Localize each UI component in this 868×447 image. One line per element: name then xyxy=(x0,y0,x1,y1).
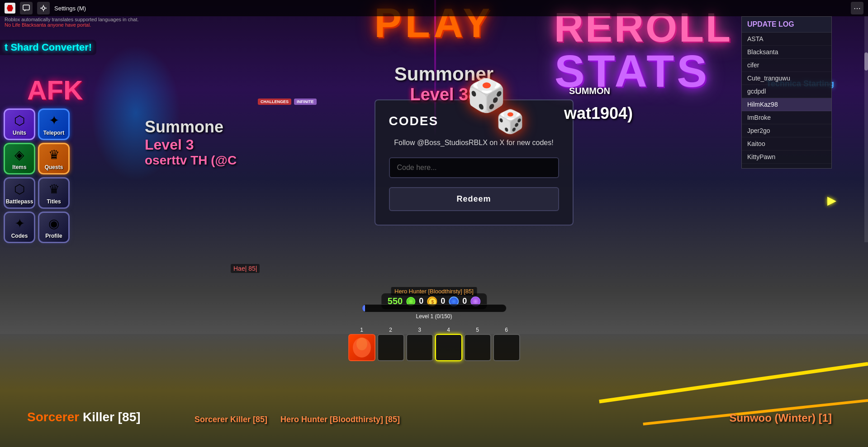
codes-modal: CODES Follow @Boss_StudiosRBLX on X for … xyxy=(375,99,574,226)
slot-number-5: 5 xyxy=(476,327,479,333)
xp-bar-label: Level 1 (0/150) xyxy=(362,313,507,320)
infinite-label[interactable]: INFINITE xyxy=(294,99,317,105)
battlepass-icon: ⬡ xyxy=(14,182,25,197)
slot-2[interactable]: 2 xyxy=(377,327,404,361)
slot-number-2: 2 xyxy=(389,327,392,333)
slot-number-1: 1 xyxy=(360,327,363,333)
quests-icon: ♛ xyxy=(48,147,60,162)
svg-marker-1 xyxy=(7,5,13,11)
hero-hunter-tag-container: Hero Hunter [Bloodthirsty] [85] xyxy=(391,287,477,296)
xp-bar-fill xyxy=(362,305,365,312)
bottom-hero-hunter-name: Hero Hunter [Bloodthirsty] [85] xyxy=(280,415,400,424)
svg-point-12 xyxy=(356,338,367,350)
svg-point-4 xyxy=(42,7,45,9)
sidebar-btn-profile[interactable]: ◉ Profile xyxy=(38,212,70,243)
summoner-play-name: Summone xyxy=(145,118,237,136)
settings-title: Settings (M) xyxy=(54,5,86,12)
hero-hunter-tag: Hero Hunter [Bloodthirsty] [85] xyxy=(391,287,477,296)
slot-box-6[interactable] xyxy=(493,334,520,361)
redeem-button[interactable]: Redeem xyxy=(389,187,559,211)
summon-button[interactable]: SUMMON xyxy=(569,86,610,96)
codes-modal-description: Follow @Boss_StudiosRBLX on X for new co… xyxy=(389,137,559,148)
bottom-name-sorcerer-killer: Sorcerer Killer [85] xyxy=(27,410,141,424)
player-name-overlay: wat1904) xyxy=(564,104,633,123)
chat-link[interactable]: No Life Blacksanta anyone have portal. xyxy=(5,22,91,28)
slot-box-5[interactable] xyxy=(464,334,491,361)
codes-modal-title: CODES xyxy=(389,114,559,128)
sorcerer-text: Sorcerer xyxy=(27,410,79,424)
oser-text: oserttv TH (@C xyxy=(145,153,237,168)
slot-3[interactable]: 3 xyxy=(406,327,433,361)
xp-bar-container: Level 1 (0/150) xyxy=(362,304,507,320)
svg-text:$: $ xyxy=(431,300,434,305)
chat-button[interactable] xyxy=(20,2,33,14)
slot-box-1[interactable] xyxy=(348,334,375,361)
right-arrow-indicator: ▶ xyxy=(827,194,835,207)
slot-number-3: 3 xyxy=(418,327,421,333)
codes-input-field[interactable] xyxy=(389,157,559,178)
sidebar-btn-codes[interactable]: ✦ Codes xyxy=(4,212,35,243)
slot-6[interactable]: 6 xyxy=(493,327,520,361)
slot-number-4: 4 xyxy=(447,327,450,333)
slot-5[interactable]: 5 xyxy=(464,327,491,361)
bottom-center-hero-hunter: Hero Hunter [Bloodthirsty] [85] xyxy=(280,415,400,424)
teleport-label: Teleport xyxy=(43,130,64,136)
slot-4[interactable]: 4 xyxy=(435,327,462,361)
update-log-item-jper2go[interactable]: Jper2go xyxy=(742,124,831,137)
items-icon: ◈ xyxy=(14,147,24,162)
titles-label: Titles xyxy=(47,198,61,205)
update-log-scrollbar[interactable] xyxy=(864,16,868,242)
teleport-icon: ✦ xyxy=(49,113,59,128)
bottom-right-name: Sunwoo (Winter) [1] xyxy=(730,412,832,424)
profile-label: Profile xyxy=(45,233,62,239)
sidebar-btn-items[interactable]: ◈ Items xyxy=(4,143,35,174)
update-log-item-hilmkaz[interactable]: HilmKaz98 xyxy=(742,98,831,111)
slot-box-2[interactable] xyxy=(377,334,404,361)
settings-button[interactable] xyxy=(37,2,50,14)
bottom-slot-names: Sorcerer Killer [85] xyxy=(194,415,267,424)
killer-text: Killer [85] xyxy=(83,410,141,424)
codes-icon: ✦ xyxy=(14,216,25,231)
shard-converter-banner[interactable]: t Shard Converter! xyxy=(0,40,96,55)
update-log-item-cifer[interactable]: cifer xyxy=(742,59,831,72)
codes-label: Codes xyxy=(11,233,28,239)
more-options-button[interactable]: ⋯ xyxy=(851,2,863,14)
sidebar-btn-quests[interactable]: ♛ Quests xyxy=(38,143,70,174)
hae-name-tag: Hae| 85| xyxy=(231,264,260,273)
items-label: Items xyxy=(12,164,26,170)
update-log-item-kittypawn[interactable]: KittyPawn xyxy=(742,151,831,164)
update-log-item-blacksanta[interactable]: Blacksanta xyxy=(742,46,831,59)
titles-icon: ♛ xyxy=(48,182,60,197)
sunwoo-winter-name: Sunwoo (Winter) [1] xyxy=(730,412,832,424)
update-log-item-imbroke[interactable]: ImBroke xyxy=(742,111,831,124)
afk-label: AFK xyxy=(27,75,83,106)
topbar-right-menu[interactable]: ⋯ xyxy=(851,2,863,14)
left-sidebar: ⬡ Units ✦ Teleport ◈ Items ♛ Quests ⬡ Ba… xyxy=(4,108,70,243)
units-label: Units xyxy=(13,130,26,136)
chat-notification: Roblox automatically translates supporte… xyxy=(5,17,139,28)
bottom-center-name-1: Sorcerer Killer [85] xyxy=(194,415,267,424)
challenges-label[interactable]: CHALLENGES xyxy=(258,99,291,105)
scrollbar-thumb[interactable] xyxy=(864,52,868,71)
sidebar-btn-titles[interactable]: ♛ Titles xyxy=(38,177,70,209)
slot-1[interactable]: 1 xyxy=(348,327,375,361)
update-log-item-asta[interactable]: ASTA xyxy=(742,33,831,46)
roblox-icon xyxy=(5,3,15,14)
sidebar-btn-units[interactable]: ⬡ Units xyxy=(4,108,35,140)
slot-box-3[interactable] xyxy=(406,334,433,361)
units-icon: ⬡ xyxy=(14,113,25,128)
update-log-item-kaitoo[interactable]: Kaitoo xyxy=(742,137,831,151)
update-log-item-gcdpdl[interactable]: gcdpdl xyxy=(742,85,831,98)
slot-number-6: 6 xyxy=(505,327,508,333)
update-log-item-cute[interactable]: Cute_tranguwu xyxy=(742,72,831,85)
battlepass-label: Battlepass xyxy=(6,198,33,205)
summoner-play-level: Level 3 xyxy=(145,136,237,153)
svg-rect-2 xyxy=(23,5,29,10)
sidebar-btn-teleport[interactable]: ✦ Teleport xyxy=(38,108,70,140)
slot-bar: 1 2 3 4 5 6 xyxy=(348,327,520,361)
xp-bar-background xyxy=(362,304,507,312)
update-log-title: UPDATE LOG xyxy=(742,17,831,33)
slot-box-4[interactable] xyxy=(435,334,462,361)
sidebar-btn-battlepass[interactable]: ⬡ Battlepass xyxy=(4,177,35,209)
dice-icon-2: 🎲 xyxy=(496,108,524,135)
